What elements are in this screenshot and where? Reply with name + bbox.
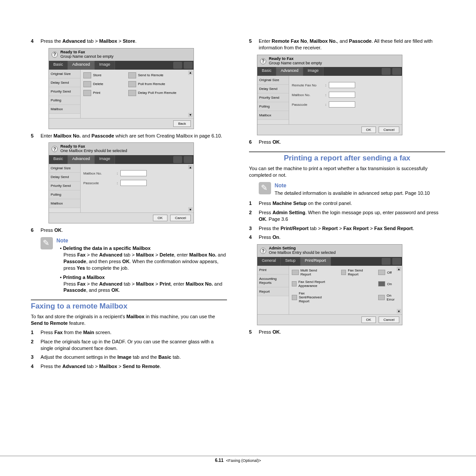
scroll-down-icon[interactable]: ▾ bbox=[397, 309, 401, 313]
report-option[interactable]: Multi Send Report bbox=[292, 268, 328, 276]
note-bullet-print: • Printing a Mailbox Press Fax > the Adv… bbox=[60, 274, 227, 294]
tab-basic[interactable]: Basic bbox=[257, 67, 276, 76]
report-intro: You can set the machine to print a repor… bbox=[249, 165, 445, 178]
page-footer: 6.11 <Faxing (Optional)> bbox=[0, 456, 476, 463]
ok-button[interactable]: OK bbox=[361, 126, 376, 133]
device-tabs: Basic Advanced Image bbox=[49, 61, 193, 70]
sidebar-item[interactable]: Original Size bbox=[49, 70, 80, 78]
option-delay-poll[interactable]: Delay Poll From Remote bbox=[128, 90, 191, 96]
option-delete[interactable]: Delete bbox=[83, 81, 118, 87]
toolbar-icon[interactable] bbox=[184, 62, 193, 69]
note-label: Note bbox=[56, 237, 227, 244]
report-value[interactable]: Off bbox=[378, 268, 399, 276]
heading-faxing-remote: Faxing to a remote Mailbox bbox=[31, 300, 227, 311]
help-icon: ? bbox=[260, 248, 266, 254]
device-screenshot-remote-form: ?Ready to FaxGroup Name cannot be empty … bbox=[257, 55, 402, 136]
tab-image[interactable]: Image bbox=[95, 61, 115, 70]
toolbar-icon[interactable] bbox=[173, 62, 182, 69]
passcode-input[interactable] bbox=[120, 180, 147, 186]
tab-general[interactable]: General bbox=[257, 257, 281, 266]
scroll-down-icon[interactable]: ▾ bbox=[188, 207, 193, 212]
tab-advanced[interactable]: Advanced bbox=[68, 61, 95, 70]
tab-advanced[interactable]: Advanced bbox=[276, 67, 303, 76]
scroll-up-icon[interactable]: ▴ bbox=[188, 71, 193, 75]
tab-advanced[interactable]: Advanced bbox=[68, 155, 95, 164]
scroll-up-icon[interactable]: ▴ bbox=[397, 267, 401, 271]
field-remote-fax-no: Remote Fax No: bbox=[292, 82, 399, 88]
cancel-button[interactable]: Cancel bbox=[170, 215, 191, 221]
option-store[interactable]: Store bbox=[83, 72, 118, 78]
left-column: 4 Press the Advanced tab > Mailbox > Sto… bbox=[31, 35, 227, 372]
step-4: 4 Press the Advanced tab > Mailbox > Sto… bbox=[31, 38, 227, 45]
field-passcode: Passcode: bbox=[83, 180, 191, 186]
sidebar-item[interactable]: Delay Send bbox=[49, 78, 80, 87]
tab-setup[interactable]: Setup bbox=[281, 257, 301, 266]
back-button[interactable]: Back bbox=[173, 120, 191, 127]
tab-image[interactable]: Image bbox=[95, 155, 115, 164]
toolbar-icon[interactable] bbox=[382, 258, 390, 265]
sidebar-item[interactable]: Accounting Reports bbox=[257, 275, 289, 287]
sidebar-item[interactable]: Print bbox=[257, 266, 289, 275]
option-send-remote[interactable]: Send to Remote bbox=[128, 72, 191, 78]
field-mailbox-no: Mailbox No.: bbox=[292, 92, 399, 98]
step-number: 6 bbox=[31, 227, 41, 234]
report-step-2: 2Press Admin Setting. When the login mes… bbox=[249, 209, 445, 223]
sidebar-item[interactable]: Polling bbox=[49, 96, 80, 105]
sidebar-item[interactable]: Mailbox bbox=[49, 105, 80, 114]
toolbar-icon[interactable] bbox=[392, 258, 401, 265]
note-icon bbox=[41, 237, 53, 249]
sidebar-item[interactable]: Priority Send bbox=[257, 93, 289, 102]
sidebar-item[interactable]: Mailbox bbox=[49, 199, 80, 208]
option-poll-remote[interactable]: Poll from Remote bbox=[128, 81, 191, 87]
heading-print-report: Printing a report after sending a fax bbox=[249, 152, 445, 163]
report-value-on[interactable]: On bbox=[378, 280, 399, 288]
remote-fax-no-input[interactable] bbox=[329, 82, 355, 88]
tab-basic[interactable]: Basic bbox=[49, 61, 68, 70]
report-option[interactable]: Fax Send Report bbox=[341, 268, 365, 276]
tab-image[interactable]: Image bbox=[303, 67, 324, 76]
sidebar-item[interactable]: Priority Send bbox=[49, 182, 80, 190]
sidebar-item[interactable]: Priority Send bbox=[49, 87, 80, 96]
device-screenshot-admin-report: ?Admin SettingOne Mailbox Entry should b… bbox=[257, 244, 402, 325]
note-bullet-delete: • Deleting the data in a specific Mailbo… bbox=[60, 245, 227, 271]
report-step-1: 1Press Machine Setup on the control pane… bbox=[249, 200, 445, 207]
report-option[interactable]: Fax Sent/Received Report bbox=[292, 291, 328, 303]
report-step-3: 3Press the Print/Report tab > Report > F… bbox=[249, 225, 445, 232]
toolbar-icon[interactable] bbox=[173, 156, 182, 163]
sidebar-item[interactable]: Mailbox bbox=[257, 111, 289, 120]
help-icon: ? bbox=[260, 58, 266, 64]
sidebar-item[interactable]: Delay Send bbox=[257, 85, 289, 93]
scroll-down-icon[interactable]: ▾ bbox=[188, 113, 193, 117]
sidebar-item[interactable]: Original Size bbox=[257, 76, 289, 85]
tab-print-report[interactable]: Print/Report bbox=[301, 257, 331, 266]
ok-button[interactable]: OK bbox=[153, 215, 168, 221]
toolbar-icon[interactable] bbox=[392, 68, 401, 75]
help-icon: ? bbox=[52, 146, 58, 152]
step-body: Enter Mailbox No. and Passcode which are… bbox=[41, 133, 227, 139]
passcode-input[interactable] bbox=[329, 101, 355, 108]
scroll-up-icon[interactable]: ▴ bbox=[188, 165, 193, 169]
sidebar-item[interactable]: Original Size bbox=[49, 164, 80, 173]
toolbar-icon[interactable] bbox=[184, 156, 193, 163]
note-block-right: Note The detailed information is availab… bbox=[259, 182, 445, 197]
option-print[interactable]: Print bbox=[83, 90, 118, 96]
mailbox-no-input[interactable] bbox=[120, 170, 147, 176]
ok-button[interactable]: OK bbox=[361, 316, 376, 323]
toolbar-icon[interactable] bbox=[382, 68, 390, 75]
sidebar-item[interactable]: Delay Send bbox=[49, 173, 80, 182]
sidebar-item[interactable]: Polling bbox=[257, 102, 289, 111]
manual-page: 4 Press the Advanced tab > Mailbox > Sto… bbox=[0, 0, 476, 476]
field-mailbox-no: Mailbox No.: bbox=[83, 170, 191, 176]
tab-basic[interactable]: Basic bbox=[49, 155, 68, 164]
report-value[interactable]: On Error bbox=[378, 291, 399, 303]
device-main: ▴ Store Send to Remote Delete Poll from … bbox=[81, 70, 193, 118]
mailbox-no-input[interactable] bbox=[329, 92, 355, 98]
faxing-intro: To fax and store the originals in a reci… bbox=[31, 313, 227, 327]
step-6: 6 Press OK. bbox=[31, 227, 227, 234]
sidebar-item[interactable]: Report bbox=[257, 287, 289, 296]
report-option[interactable]: Fax Send Report Appearance bbox=[292, 280, 328, 288]
device-titlebar: ? Ready to FaxGroup Name cannot be empty bbox=[49, 48, 193, 61]
sidebar-item[interactable]: Polling bbox=[49, 190, 80, 199]
cancel-button[interactable]: Cancel bbox=[379, 316, 399, 323]
cancel-button[interactable]: Cancel bbox=[379, 126, 399, 133]
